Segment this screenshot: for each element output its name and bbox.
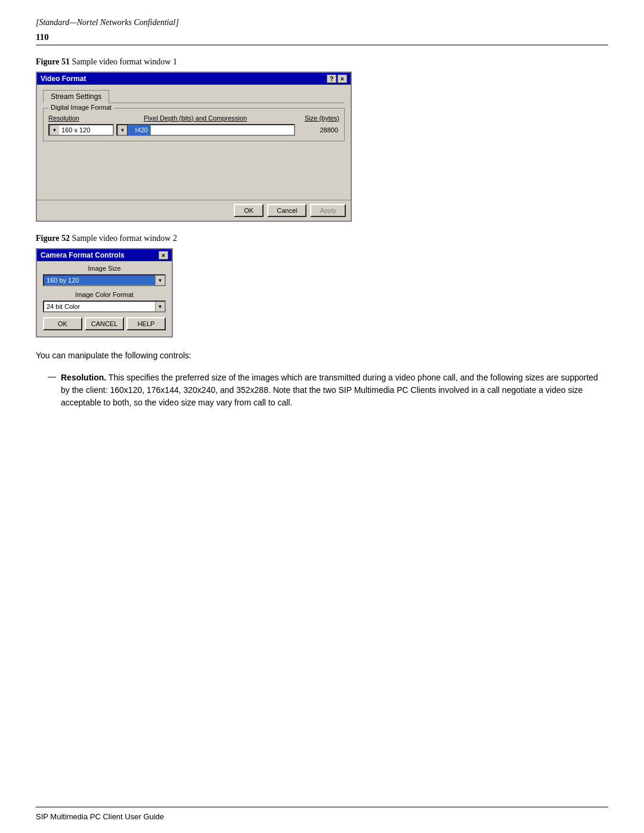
group-box-legend: Digital Image Format [48,104,114,111]
image-size-label: Image Size [43,265,166,272]
video-format-body: Stream Settings Digital Image Format Res… [37,85,351,200]
video-format-window: Video Format ? × Stream Settings Digital… [36,72,352,222]
camera-close-btn[interactable]: × [159,251,168,259]
col-pixel-header: Pixel Depth (bits) and Compression [144,114,292,122]
page-number: 110 [36,32,608,42]
digital-image-format-group: Digital Image Format Resolution Pixel De… [43,108,345,141]
resolution-dropdown[interactable]: ▼ 160 x 120 [48,124,114,136]
camera-format-title: Camera Format Controls [41,251,125,259]
camera-help-button[interactable]: HELP [126,317,166,330]
resolution-value: 160 x 120 [59,126,113,134]
bullet-dash: — [48,371,56,409]
camera-cancel-button[interactable]: CANCEL [85,317,124,330]
pixel-dropdown-arrow[interactable]: ▼ [117,125,127,135]
help-icon-btn[interactable]: ? [327,75,336,83]
figure1-label-bold: Figure 51 [36,57,70,66]
footer-area: SIP Multimedia PC Client User Guide [0,807,644,833]
cancel-button[interactable]: Cancel [267,204,306,217]
image-size-value: 160 by 120 [44,277,155,284]
camera-win-body: Image Size 160 by 120 ▼ Image Color Form… [37,261,172,336]
apply-button[interactable]: Apply [310,204,346,217]
image-size-dropdown-row: 160 by 120 ▼ [43,274,166,286]
bullet-bold: Resolution. [61,373,106,382]
close-icon-btn[interactable]: × [338,75,347,83]
figure2-caption: Sample video format window 2 [72,234,177,243]
top-area: [Standard—Nortel Networks Confidential] … [0,0,644,45]
col-resolution-header: Resolution [48,114,144,122]
camera-ok-button[interactable]: OK [43,317,82,330]
bullet-text: Resolution. This specifies the preferred… [61,371,608,409]
ok-button[interactable]: OK [234,204,264,217]
bullet-item-resolution: — Resolution. This specifies the preferr… [36,371,608,409]
resolution-dropdown-arrow[interactable]: ▼ [49,125,59,135]
confidential-text: [Standard—Nortel Networks Confidential] [36,18,608,27]
pixel-dropdown[interactable]: ▼ I420 [116,124,295,136]
image-size-dropdown[interactable]: 160 by 120 ▼ [43,274,166,286]
image-color-label: Image Color Format [43,291,166,298]
group-content: Resolution Pixel Depth (bits) and Compre… [48,114,339,136]
video-format-title-buttons: ? × [327,75,347,83]
main-content: Figure 51 Sample video format window 1 V… [0,45,644,807]
image-size-dropdown-arrow[interactable]: ▼ [155,275,165,285]
page-spacer [36,416,608,524]
tab-stream-settings[interactable]: Stream Settings [43,90,109,103]
video-format-titlebar: Video Format ? × [37,73,351,85]
figure1-label: Figure 51 Sample video format window 1 [36,57,608,67]
video-format-footer: OK Cancel Apply [37,200,351,221]
image-color-dropdown-row: 24 bit Color ▼ [43,301,166,312]
image-color-dropdown[interactable]: 24 bit Color ▼ [43,301,166,312]
footer-text: SIP Multimedia PC Client User Guide [36,812,164,821]
figure2-label: Figure 52 Sample video format window 2 [36,234,608,243]
size-value: 28800 [298,126,339,134]
window-spacer [43,146,345,194]
col-size-header: Size (bytes) [292,114,339,122]
intro-text: You can manipulate the following control… [36,349,608,362]
columns-header: Resolution Pixel Depth (bits) and Compre… [48,114,339,122]
figure2-label-bold: Figure 52 [36,234,70,243]
camera-title-buttons: × [159,251,168,259]
camera-buttons: OK CANCEL HELP [43,317,166,330]
columns-row: ▼ 160 x 120 ▼ I420 28800 [48,124,339,136]
image-color-dropdown-arrow[interactable]: ▼ [155,302,165,311]
bullet-content: This specifies the preferred size of the… [61,373,598,407]
video-format-title: Video Format [41,75,86,83]
pixel-value: I420 [127,124,151,136]
figure1-caption: Sample video format window 1 [72,57,177,66]
image-color-value: 24 bit Color [44,303,155,310]
page-container: [Standard—Nortel Networks Confidential] … [0,0,644,833]
tab-bar: Stream Settings [43,89,345,103]
camera-format-window: Camera Format Controls × Image Size 160 … [36,248,173,337]
camera-format-titlebar: Camera Format Controls × [37,249,172,261]
